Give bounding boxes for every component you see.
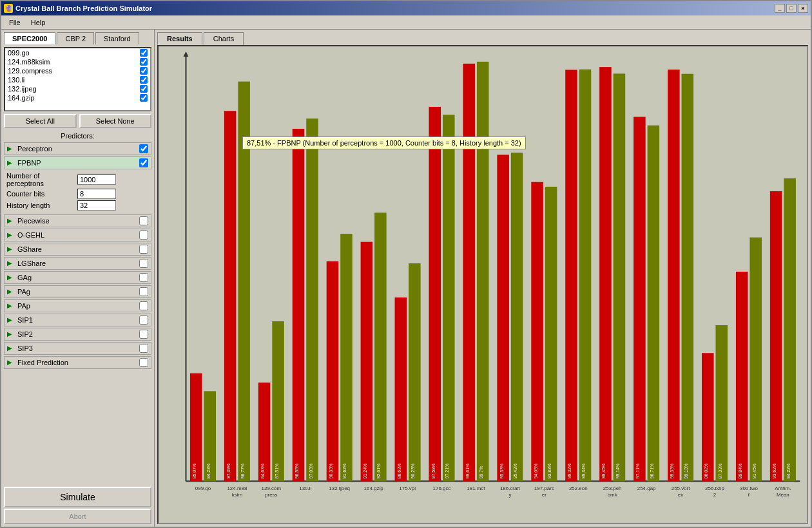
svg-text:86,02%: 86,02% (704, 464, 708, 479)
predictor-check-perceptron[interactable] (139, 144, 148, 153)
play-icon-gshare: ▶ (7, 245, 15, 253)
svg-text:95,43%: 95,43% (513, 464, 517, 479)
simulate-button[interactable]: Simulate (4, 487, 151, 507)
svg-text:90,23%: 90,23% (411, 464, 415, 479)
svg-text:92,61%: 92,61% (376, 464, 381, 479)
maximize-button[interactable]: □ (786, 4, 797, 13)
svg-text:91,24%: 91,24% (363, 464, 367, 479)
svg-text:186.craft: 186.craft (500, 486, 521, 491)
window-title: Crystal Ball Branch Prediction Simulator (15, 5, 152, 12)
predictor-name-perceptron: Perceptron (17, 145, 139, 153)
svg-rect-62 (565, 70, 577, 481)
play-icon-ogehl: ▶ (7, 231, 15, 239)
predictor-check-gag[interactable] (139, 273, 148, 282)
bench-check-130li[interactable] (140, 76, 148, 84)
svg-text:93,83%: 93,83% (547, 464, 552, 479)
svg-rect-64 (579, 70, 592, 482)
play-icon-gag: ▶ (7, 274, 15, 281)
param-row-history: History length (6, 200, 149, 211)
svg-text:099.go: 099.go (195, 486, 211, 491)
menu-file[interactable]: File (4, 17, 26, 28)
chart-container: 87,51% - FPBNP (Number of perceptrons = … (157, 45, 808, 524)
svg-rect-16 (272, 321, 284, 481)
predictor-check-pap[interactable] (139, 301, 148, 310)
predictor-sip1: ▶ SIP1 (4, 314, 151, 326)
svg-text:97,21%: 97,21% (445, 464, 449, 479)
svg-text:181.mcf: 181.mcf (467, 486, 485, 491)
list-item: 099.go (5, 48, 150, 57)
tab-stanford[interactable]: Stanford (95, 32, 139, 44)
svg-text:97,58%: 97,58% (431, 464, 436, 479)
svg-text:88,63%: 88,63% (397, 464, 401, 479)
predictor-ogehl: ▶ O-GEHL (4, 229, 151, 241)
param-label-history: History length (6, 202, 77, 209)
svg-text:99,45%: 99,45% (601, 464, 606, 479)
predictor-name-sip3: SIP3 (17, 344, 139, 352)
predictor-check-sip1[interactable] (139, 316, 148, 325)
play-icon-sip1: ▶ (7, 316, 15, 324)
predictor-check-sip2[interactable] (139, 330, 148, 339)
predictor-check-fpbnp[interactable] (139, 158, 148, 167)
bench-check-132ijpeg[interactable] (140, 85, 148, 93)
bench-check-164gzip[interactable] (140, 94, 148, 102)
play-icon-piecewise: ▶ (7, 217, 15, 225)
svg-rect-90 (736, 272, 748, 481)
svg-rect-40 (429, 107, 441, 481)
list-item: 124.m88ksim (5, 57, 150, 66)
tab-results[interactable]: Results (157, 32, 202, 45)
chart-tabs: Results Charts (155, 30, 811, 45)
svg-rect-67 (599, 67, 612, 481)
svg-rect-20 (293, 129, 305, 481)
svg-rect-69 (614, 73, 626, 481)
minimize-button[interactable]: _ (775, 4, 785, 13)
tab-cbp2[interactable]: CBP 2 (57, 32, 94, 44)
predictor-check-fixed[interactable] (139, 358, 148, 367)
svg-text:94,05%: 94,05% (534, 464, 538, 479)
predictor-piecewise: ▶ Piecewise (4, 214, 151, 227)
right-panel: Results Charts 87,51% - FPBNP (Number of… (155, 30, 811, 527)
bench-check-124m88ksim[interactable] (140, 58, 148, 66)
close-button[interactable]: × (798, 4, 808, 13)
predictor-name-gag: GAg (17, 274, 139, 281)
svg-rect-30 (361, 242, 373, 482)
svg-text:255.vort: 255.vort (672, 486, 690, 491)
svg-text:91,62%: 91,62% (342, 464, 347, 479)
abort-button[interactable]: Abort (4, 509, 151, 524)
tab-spec2000[interactable]: SPEC2000 (4, 32, 55, 44)
svg-text:99,13%: 99,13% (684, 464, 688, 479)
play-icon-sip3: ▶ (7, 344, 15, 352)
param-label-counter: Counter bits (6, 190, 77, 198)
select-all-button[interactable]: Select All (4, 114, 77, 128)
list-item: 132.ijpeg (5, 84, 150, 93)
bench-check-129compress[interactable] (140, 67, 148, 75)
svg-text:98,77%: 98,77% (240, 464, 245, 479)
svg-text:99,61%: 99,61% (465, 464, 470, 479)
predictor-fixed: ▶ Fixed Prediction (4, 356, 151, 369)
predictor-check-lgshare[interactable] (139, 259, 148, 268)
predictor-check-ogehl[interactable] (139, 231, 148, 240)
tab-charts[interactable]: Charts (204, 32, 244, 45)
predictor-check-gshare[interactable] (139, 245, 148, 254)
chart-tooltip: 87,51% - FPBNP (Number of perceptrons = … (242, 137, 526, 149)
select-none-button[interactable]: Select None (79, 114, 152, 128)
svg-rect-52 (511, 153, 523, 481)
svg-rect-50 (497, 155, 509, 481)
predictor-name-pag: PAg (17, 288, 139, 296)
svg-rect-98 (784, 178, 796, 481)
predictor-gshare: ▶ GShare (4, 243, 151, 256)
svg-rect-25 (327, 261, 339, 482)
predictors-label: Predictors: (4, 132, 151, 140)
param-input-history[interactable] (77, 200, 116, 211)
svg-text:129.com: 129.com (262, 486, 282, 491)
menu-help[interactable]: Help (26, 17, 51, 28)
svg-text:er: er (542, 492, 546, 498)
svg-rect-22 (306, 118, 318, 481)
predictor-check-pag[interactable] (139, 287, 148, 296)
svg-text:84,23%: 84,23% (206, 464, 211, 479)
predictor-check-piecewise[interactable] (139, 216, 148, 225)
svg-text:y: y (508, 492, 511, 498)
predictor-check-sip3[interactable] (139, 344, 148, 353)
param-input-perceptrons[interactable] (77, 174, 116, 185)
param-input-counter[interactable] (77, 189, 116, 199)
bench-check-099go[interactable] (140, 49, 148, 57)
